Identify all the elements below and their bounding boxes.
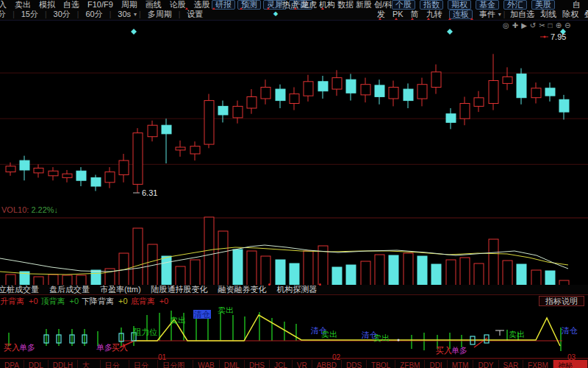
divergence-value-0: +0 bbox=[29, 297, 38, 306]
menu-item-4[interactable]: F10/F9 bbox=[87, 0, 113, 10]
bottom-tab-5[interactable]: 日分转 bbox=[129, 360, 158, 368]
indicator-tab-1[interactable]: 盘后成交量 bbox=[49, 285, 90, 294]
period-item-1[interactable]: 15分 bbox=[17, 10, 43, 19]
candle-body bbox=[489, 81, 498, 104]
period-item-0[interactable]: 5分 bbox=[0, 10, 10, 19]
red-tick-mark bbox=[470, 18, 473, 20]
market-button-5[interactable]: 美股 bbox=[531, 0, 555, 10]
bottom-tab-3[interactable]: 大单 bbox=[78, 360, 101, 368]
bottom-tab-20[interactable]: FXBM bbox=[523, 360, 553, 368]
volume-bar bbox=[446, 260, 456, 286]
volume-bar bbox=[404, 253, 413, 286]
menu-item-6[interactable]: 画线 bbox=[146, 0, 162, 10]
bottom-tab-19[interactable]: SAR bbox=[499, 360, 524, 368]
bottom-tab-16[interactable]: DDI bbox=[425, 360, 447, 368]
menu-item-0[interactable]: 买入 bbox=[0, 0, 7, 10]
candle-body bbox=[148, 125, 157, 137]
last-price-label: 7.95 bbox=[551, 32, 566, 41]
volume-bar bbox=[190, 260, 200, 286]
tool-item-1[interactable]: PK bbox=[389, 10, 407, 19]
lianban-button[interactable]: 连板 bbox=[449, 10, 473, 19]
multi-period-button[interactable]: 多周期 bbox=[143, 10, 176, 19]
candle-body bbox=[417, 85, 427, 99]
volume-bar bbox=[218, 231, 228, 286]
market-nav-item-3[interactable]: 数据 bbox=[337, 0, 354, 10]
tool-item-2[interactable]: 简 bbox=[407, 10, 423, 19]
candle-body bbox=[20, 160, 29, 170]
candle-body bbox=[290, 94, 299, 104]
event-dropdown[interactable]: 事件 bbox=[476, 10, 497, 19]
bottom-tab-9[interactable]: DHS bbox=[245, 360, 270, 368]
menu-item-1[interactable]: 卖出 bbox=[15, 0, 31, 10]
volume-bar bbox=[531, 270, 541, 286]
indicator-help-button[interactable]: 指标说明 bbox=[539, 296, 584, 306]
indicator-tab-bar: 立桩成交量盘后成交量市盈率(ttm)陆股通持股变化融资融券变化机构探测器 bbox=[0, 285, 588, 295]
bottom-tab-13[interactable]: DDS bbox=[342, 360, 367, 368]
chart-tool-2[interactable]: 除权 bbox=[559, 10, 581, 19]
chart-tool-0[interactable]: 加自选 bbox=[507, 10, 537, 19]
bottom-tab-12[interactable]: ABBD bbox=[312, 360, 342, 368]
bottom-tab-15[interactable]: ZFBM bbox=[395, 360, 425, 368]
candle-body bbox=[503, 77, 512, 83]
new-badge-dot bbox=[268, 283, 270, 286]
red-tick-mark bbox=[321, 7, 324, 10]
bottom-tab-18[interactable]: DDY bbox=[473, 360, 498, 368]
indicator-tab-3[interactable]: 陆股通持股变化 bbox=[151, 285, 208, 294]
bottom-tab-0[interactable]: DPA bbox=[0, 360, 24, 368]
period-item-3[interactable]: 60分 bbox=[81, 10, 107, 19]
bottom-tab-6[interactable]: 日分图比 bbox=[158, 360, 193, 368]
bottom-tab-21[interactable]: 神秘ZDL bbox=[553, 360, 588, 368]
bottom-tab-1[interactable]: DDL bbox=[24, 360, 49, 368]
low-price-label: 6.31 bbox=[142, 188, 157, 197]
volume-bar bbox=[91, 270, 101, 286]
separator: | bbox=[137, 10, 143, 18]
menu-item-3[interactable]: 自选 bbox=[63, 0, 79, 10]
market-button-1[interactable]: 指数 bbox=[420, 0, 443, 10]
indicator-tab-5[interactable]: 机构探测器 bbox=[277, 285, 318, 294]
volume-bar bbox=[204, 217, 214, 286]
bottom-tab-14[interactable]: TBQL bbox=[367, 360, 395, 368]
chart-tool-3[interactable]: 叠 bbox=[581, 10, 588, 19]
separator: | bbox=[107, 10, 114, 18]
bottom-tab-2[interactable]: DDLH bbox=[49, 360, 78, 368]
market-buttons-group: 个股指数期权基金外汇美股 bbox=[392, 0, 555, 10]
market-nav-item-5[interactable]: 创/科 bbox=[374, 0, 392, 10]
bottom-tab-17[interactable]: MTM bbox=[448, 360, 474, 368]
divergence-value-1: +0 bbox=[70, 297, 79, 306]
indicator-tab-0[interactable]: 立桩成交量 bbox=[0, 285, 39, 294]
red-tick-mark bbox=[411, 18, 414, 20]
market-nav-item-4[interactable]: 新股 bbox=[356, 0, 372, 10]
chart-tool-1[interactable]: 划线 bbox=[537, 10, 559, 19]
signal-label: 阻力位 bbox=[133, 328, 157, 336]
indicator-tab-2[interactable]: 市盈率(ttm) bbox=[100, 285, 141, 294]
period-dropdown[interactable]: 30s bbox=[113, 10, 132, 19]
market-button-0[interactable]: 个股 bbox=[392, 0, 415, 10]
divergence-value-2: +0 bbox=[118, 297, 128, 306]
chart-tools-group: 发PK简九转连板事件▾|加自选划线除权叠画预测更多⇥▾ bbox=[373, 10, 588, 19]
tool-item-3[interactable]: 九转 bbox=[423, 10, 446, 19]
new-badge-dot bbox=[319, 283, 321, 286]
divergence-label-3: 底背离 bbox=[131, 297, 155, 306]
divergence-stats-row: 升背离+0顶背离+0下降背离+0底背离+0 bbox=[1, 296, 168, 306]
menu-item-7[interactable]: 论股 bbox=[170, 0, 186, 10]
bottom-tab-7[interactable]: WAB bbox=[193, 360, 219, 368]
candle-body bbox=[247, 97, 257, 109]
tee-marker bbox=[495, 330, 504, 336]
market-button-2[interactable]: 期权 bbox=[448, 0, 471, 10]
volume-bar bbox=[76, 275, 86, 286]
menu-item-8[interactable]: 选股 bbox=[194, 0, 210, 10]
period-item-2[interactable]: 30分 bbox=[49, 10, 75, 19]
bottom-tab-11[interactable]: VR bbox=[293, 360, 312, 368]
market-button-3[interactable]: 基金 bbox=[476, 0, 499, 10]
bottom-tab-8[interactable]: DML bbox=[220, 360, 245, 368]
bottom-tab-4[interactable]: 日分图 bbox=[101, 360, 129, 368]
settings-button[interactable]: 设置 bbox=[182, 10, 207, 19]
candle-body bbox=[91, 177, 101, 186]
market-button-4[interactable]: 外汇 bbox=[503, 0, 527, 10]
market-nav-item-1[interactable]: 龙虎 bbox=[301, 0, 317, 10]
indicator-tab-4[interactable]: 融资融券变化 bbox=[218, 285, 267, 294]
menu-item-2[interactable]: 模拟 bbox=[39, 0, 55, 10]
bottom-tab-10[interactable]: JCL bbox=[270, 360, 293, 368]
event-diamond-icon: ◆ bbox=[273, 10, 278, 17]
menu-item-5[interactable]: 周期 bbox=[121, 0, 137, 10]
